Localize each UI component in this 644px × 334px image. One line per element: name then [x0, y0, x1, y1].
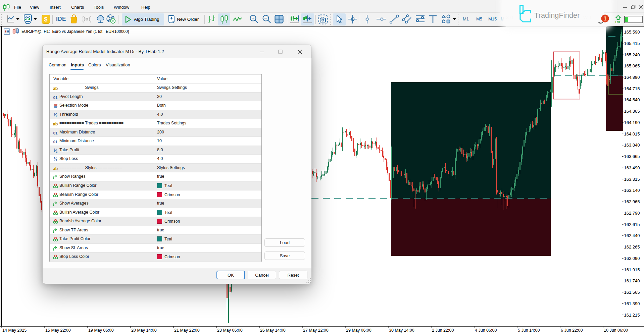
- svg-text:LVL: LVL: [615, 20, 621, 24]
- svg-text:165.415: 165.415: [624, 41, 640, 46]
- svg-text:26 May 14:00: 26 May 14:00: [260, 328, 286, 333]
- svg-text:163.315: 163.315: [624, 177, 640, 182]
- svg-text:20 May 14:00: 20 May 14:00: [131, 328, 157, 333]
- svg-text:162.615: 162.615: [624, 222, 640, 227]
- svg-text:165.065: 165.065: [624, 63, 640, 68]
- svg-text:19 May 06:00: 19 May 06:00: [88, 328, 114, 333]
- svg-text:164.715: 164.715: [624, 86, 640, 91]
- svg-text:2: 2: [56, 159, 57, 162]
- svg-text:6 Jun 22:00: 6 Jun 22:00: [561, 328, 583, 333]
- svg-text:163.840: 163.840: [624, 143, 640, 148]
- svg-text:21 May 22:00: 21 May 22:00: [174, 328, 200, 333]
- svg-text:2: 2: [56, 114, 57, 117]
- svg-text:161.390: 161.390: [624, 301, 640, 306]
- svg-text:165.240: 165.240: [624, 52, 640, 57]
- svg-text:$: $: [44, 16, 47, 23]
- svg-text:1: 1: [603, 15, 606, 22]
- svg-text:165.590: 165.590: [624, 30, 640, 35]
- svg-text:162.965: 162.965: [624, 199, 640, 204]
- svg-text:2 Jun 22:00: 2 Jun 22:00: [432, 328, 454, 333]
- svg-text:163.490: 163.490: [624, 165, 640, 170]
- svg-text:14 May 2025: 14 May 2025: [2, 328, 27, 333]
- svg-text:27 May 22:00: 27 May 22:00: [303, 328, 329, 333]
- svg-text:164.365: 164.365: [624, 109, 640, 114]
- svg-text:161.740: 161.740: [624, 278, 640, 283]
- svg-text:10 Jun 06:00: 10 Jun 06:00: [604, 328, 628, 333]
- svg-text:164.015: 164.015: [624, 131, 640, 136]
- svg-text:164.190: 164.190: [624, 120, 640, 125]
- svg-text:162.790: 162.790: [624, 211, 640, 216]
- svg-text:23 May 06:00: 23 May 06:00: [217, 328, 243, 333]
- svg-text:163.665: 163.665: [624, 154, 640, 159]
- svg-text:164.540: 164.540: [624, 97, 640, 102]
- svg-text:4 Jun 06:00: 4 Jun 06:00: [475, 328, 497, 333]
- svg-text:161.915: 161.915: [624, 267, 640, 272]
- svg-text:162.440: 162.440: [624, 233, 640, 238]
- svg-text:161.215: 161.215: [624, 313, 640, 318]
- svg-text:162.265: 162.265: [624, 244, 640, 249]
- svg-text:161.565: 161.565: [624, 290, 640, 295]
- svg-text:2: 2: [56, 150, 57, 153]
- svg-text:5 Jun 14:00: 5 Jun 14:00: [518, 328, 540, 333]
- svg-text:163.140: 163.140: [624, 188, 640, 193]
- svg-text:29 May 06:00: 29 May 06:00: [346, 328, 371, 333]
- svg-text:15 May 22:00: 15 May 22:00: [45, 328, 71, 333]
- svg-text:30 May 14:00: 30 May 14:00: [389, 328, 414, 333]
- svg-text:162.090: 162.090: [624, 256, 640, 261]
- svg-text:164.890: 164.890: [624, 75, 640, 80]
